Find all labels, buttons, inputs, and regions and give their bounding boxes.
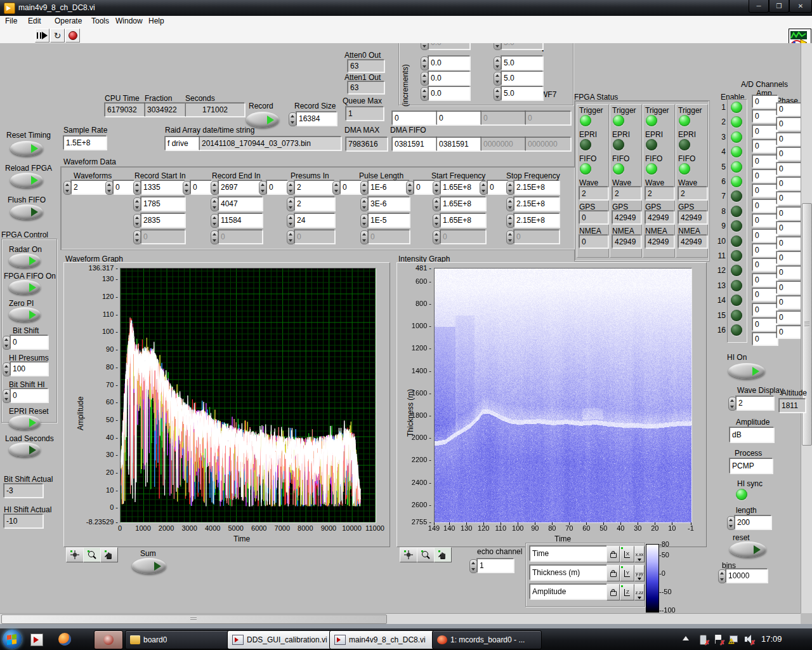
ad-enable-led-13[interactable] xyxy=(731,280,742,291)
epri-reset-switch[interactable] xyxy=(9,415,41,430)
wfd-0-field-0[interactable]: 1335 xyxy=(141,180,185,194)
wfd-2-field-0[interactable]: 2 xyxy=(294,180,335,194)
fpga-fifo-on-switch[interactable] xyxy=(9,280,41,295)
wfd-1-field-2[interactable]: 11584 xyxy=(218,213,263,227)
menu-operate[interactable]: Operate xyxy=(55,17,82,25)
flush-fifo-switch[interactable] xyxy=(10,204,43,220)
wfd-2-field-3[interactable]: 0 xyxy=(294,230,335,244)
firefox-icon[interactable] xyxy=(58,633,71,646)
sum-switch[interactable] xyxy=(132,558,166,574)
horizontal-scrollbar[interactable] xyxy=(0,613,801,625)
menu-help[interactable]: Help xyxy=(148,17,164,25)
intensity-plot[interactable] xyxy=(434,268,692,523)
amp-field-9[interactable]: 0 xyxy=(752,229,778,242)
ad-enable-led-8[interactable] xyxy=(731,206,742,217)
echo-channel-field[interactable]: 1 xyxy=(477,559,514,573)
color-scale-bar[interactable] xyxy=(646,544,659,613)
bins-field[interactable]: 10000 xyxy=(726,569,768,583)
minimize-button[interactable]: ─ xyxy=(749,0,769,13)
reset-switch[interactable] xyxy=(730,541,766,557)
intensity-cursor-tool-button[interactable] xyxy=(400,547,417,562)
amp-field-1[interactable]: 0 xyxy=(752,110,778,123)
ad-enable-led-3[interactable] xyxy=(731,131,742,143)
raid-drive-field[interactable]: f drive xyxy=(165,136,200,150)
ad-enable-led-11[interactable] xyxy=(731,250,742,262)
ad-enable-led-16[interactable] xyxy=(731,324,742,336)
amp-field-10[interactable]: 0 xyxy=(752,244,778,256)
ad-enable-led-10[interactable] xyxy=(731,235,742,247)
run-continuous-button[interactable]: ↻ xyxy=(50,29,65,43)
amp-field-0[interactable]: 0 xyxy=(752,95,778,108)
vertical-scrollbar[interactable] xyxy=(801,43,812,613)
wfd-index-field-4[interactable]: 0 xyxy=(414,180,435,194)
increments-col1-field-0[interactable]: 0.0 xyxy=(428,43,470,50)
scale-autoscale-button-X[interactable]: X xyxy=(620,546,634,562)
horizontal-scrollbar-thumb[interactable] xyxy=(1,614,387,624)
amp-field-11[interactable]: 0 xyxy=(752,258,778,271)
tray-device-icon[interactable]: ✗ xyxy=(698,634,708,644)
intensity-zoom-tool-button[interactable] xyxy=(417,547,435,562)
scale-autoscale-button-Y[interactable]: Y xyxy=(620,565,634,581)
tray-volume-icon[interactable]: ✗ xyxy=(743,634,754,644)
scale-lock-button-Y[interactable] xyxy=(606,565,620,581)
increments-col2-field-2[interactable]: 5.0 xyxy=(501,71,543,85)
menu-tools[interactable]: Tools xyxy=(91,17,109,25)
scale-lock-button-X[interactable] xyxy=(606,546,620,562)
wave-display-field[interactable]: 2 xyxy=(736,396,774,410)
amp-field-7[interactable]: 0 xyxy=(752,199,778,212)
wfd-4-field-3[interactable]: 0 xyxy=(440,230,486,244)
record-size-field[interactable]: 16384 xyxy=(296,112,337,126)
reload-fpga-switch[interactable] xyxy=(10,173,43,188)
taskbar-button-3[interactable]: main4v9_8_ch_DC8.vi xyxy=(329,630,439,649)
wfd-5-field-2[interactable]: 2.15E+8 xyxy=(514,213,560,227)
tray-flag-icon[interactable]: ✗ xyxy=(713,634,723,644)
amp-field-8[interactable]: 0 xyxy=(752,214,778,227)
bit-shift-field[interactable]: 0 xyxy=(10,335,48,349)
scale-name-field-Z[interactable]: Amplitude xyxy=(530,584,607,599)
waveform-plot[interactable] xyxy=(120,268,376,523)
wfd-3-field-2[interactable]: 1E-5 xyxy=(368,213,410,227)
wfd-3-field-1[interactable]: 3E-6 xyxy=(368,197,410,211)
amp-field-13[interactable]: 0 xyxy=(752,288,778,301)
wfd-0-field-3[interactable]: 0 xyxy=(141,230,185,244)
amp-field-15[interactable]: 0 xyxy=(752,318,778,331)
restore-button[interactable]: ❐ xyxy=(769,0,789,13)
tray-network-icon[interactable]: ⚠ xyxy=(728,634,738,644)
wfd-4-field-1[interactable]: 1.65E+8 xyxy=(440,197,486,211)
wfd-3-field-0[interactable]: 1E-6 xyxy=(368,180,410,194)
amp-field-6[interactable]: 0 xyxy=(752,184,778,197)
amp-field-2[interactable]: 0 xyxy=(752,125,778,138)
wfd-0-field-2[interactable]: 2835 xyxy=(141,213,185,227)
bit-shift-hi-field[interactable]: 0 xyxy=(10,388,48,402)
amp-field-3[interactable]: 0 xyxy=(752,140,778,152)
wfd-2-field-2[interactable]: 24 xyxy=(294,213,335,227)
hi-on-switch[interactable] xyxy=(728,363,765,379)
scale-format-button-X[interactable]: x.xx xyxy=(634,546,645,562)
wfd-1-field-3[interactable]: 0 xyxy=(218,230,263,244)
ad-enable-led-5[interactable] xyxy=(731,161,742,173)
taskbar-button-1[interactable]: board0 xyxy=(125,630,235,649)
intensity-pan-tool-button[interactable] xyxy=(434,547,452,562)
increments-col2-field-1[interactable]: 5.0 xyxy=(501,56,543,70)
amp-field-5[interactable]: 0 xyxy=(752,169,778,182)
waveforms-field[interactable]: 2 xyxy=(71,180,108,194)
amp-field-14[interactable]: 0 xyxy=(752,303,778,316)
close-button[interactable]: ✕ xyxy=(789,0,812,13)
menu-edit[interactable]: Edit xyxy=(28,17,41,25)
wfd-4-field-2[interactable]: 1.65E+8 xyxy=(440,213,486,227)
wfd-index-field-5[interactable]: 0 xyxy=(487,180,509,194)
length-field[interactable]: 200 xyxy=(735,515,771,529)
increments-col1-field-2[interactable]: 0.0 xyxy=(428,71,470,85)
increments-col2-field-0[interactable]: 5.0 xyxy=(501,43,543,50)
wfd-index-field-0[interactable]: 0 xyxy=(113,180,134,194)
waveform-pan-tool-button[interactable] xyxy=(100,547,118,562)
wfd-1-field-0[interactable]: 2697 xyxy=(218,180,263,194)
waveform-cursor-tool-button[interactable] xyxy=(66,547,84,562)
amp-field-16[interactable]: 0 xyxy=(752,333,778,345)
ad-enable-led-1[interactable] xyxy=(731,102,742,113)
scale-name-field-X[interactable]: Time xyxy=(530,546,607,561)
increments-col2-field-3[interactable]: 5.0 xyxy=(501,86,543,100)
scale-format-button-Y[interactable]: y.yy xyxy=(634,565,645,581)
wfd-3-field-3[interactable]: 0 xyxy=(368,230,410,244)
hi-presums-field[interactable]: 100 xyxy=(10,362,48,376)
